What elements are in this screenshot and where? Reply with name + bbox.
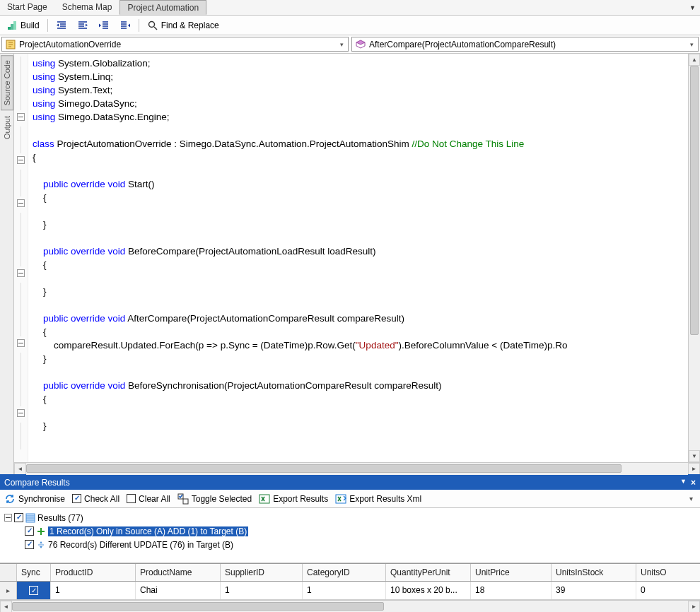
grid-cell[interactable]: 39 — [552, 582, 636, 599]
column-header[interactable]: CategoryID — [303, 564, 386, 581]
tree-checkbox[interactable] — [25, 540, 34, 549]
check-all-label: Check All — [84, 494, 119, 504]
outdent-line-icon — [98, 20, 110, 31]
clear-all-label: Clear All — [139, 494, 170, 504]
member-selector[interactable]: AfterCompare(ProjectAutomationCompareRes… — [351, 37, 699, 52]
excel-export-icon — [259, 493, 270, 505]
toolbar-overflow-icon[interactable]: ▾ — [687, 495, 696, 502]
grid-cell[interactable]: 1 — [303, 582, 386, 599]
column-header[interactable]: SupplierID — [221, 564, 303, 581]
column-header[interactable]: QuantityPerUnit — [386, 564, 471, 581]
code-editor[interactable]: using System.Globalization;using System.… — [28, 54, 688, 462]
scrollbar-thumb[interactable] — [26, 464, 622, 473]
grid-horizontal-scrollbar[interactable]: ◄ ► — [0, 600, 700, 612]
scroll-down-icon[interactable]: ▼ — [689, 450, 700, 462]
find-replace-button[interactable]: Find & Replace — [144, 18, 223, 33]
horizontal-scrollbar[interactable]: ◄ ► — [14, 462, 700, 474]
toggle-selected-label: Toggle Selected — [192, 494, 252, 504]
tree-child-label: 76 Record(s) Different UPDATE (76) in Ta… — [48, 540, 233, 550]
tree-child-row[interactable]: 76 Record(s) Different UPDATE (76) in Ta… — [4, 538, 696, 551]
tab-schema-map[interactable]: Schema Map — [55, 0, 120, 15]
grid-cell[interactable]: Chai — [136, 582, 221, 599]
row-indicator-icon: ▸ — [0, 582, 17, 599]
table-row[interactable]: ▸ ✓ 1 Chai 1 1 10 boxes x 20 b... 18 39 … — [0, 582, 700, 600]
column-header[interactable]: UnitsInStock — [552, 564, 636, 581]
method-icon — [355, 39, 366, 50]
toolbar-separator — [139, 19, 139, 32]
side-tab-bar: Source Code Output — [0, 54, 14, 474]
tab-overflow-chevron-icon[interactable]: ▼ — [685, 0, 700, 15]
column-header[interactable]: Sync — [17, 564, 51, 581]
class-selector-value: ProjectAutomationOverride — [19, 40, 121, 49]
column-header[interactable]: ProductName — [136, 564, 221, 581]
svg-rect-1 — [11, 24, 13, 30]
panel-close-icon[interactable]: × — [691, 478, 696, 488]
scroll-left-icon[interactable]: ◄ — [14, 463, 26, 475]
compare-results-tree[interactable]: Results (77) 1 Record(s) Only in Source … — [0, 508, 700, 563]
member-selector-value: AfterCompare(ProjectAutomationCompareRes… — [369, 40, 556, 49]
diff-icon — [36, 540, 46, 550]
panel-title-text: Compare Results — [4, 478, 70, 488]
sync-checkbox-cell[interactable]: ✓ — [17, 582, 51, 599]
compare-results-panel-title: Compare Results ▼ × — [0, 474, 700, 490]
tree-checkbox[interactable] — [25, 526, 34, 536]
compare-results-grid[interactable]: Sync ProductID ProductName SupplierID Ca… — [0, 563, 700, 612]
tree-root-label: Results (77) — [37, 513, 83, 523]
indent-increase-icon — [56, 20, 67, 31]
grid-cell[interactable]: 1 — [221, 582, 303, 599]
svg-rect-2 — [13, 21, 16, 30]
export-results-xml-button[interactable]: Export Results Xml — [335, 493, 421, 505]
grid-cell[interactable]: 10 boxes x 20 b... — [386, 582, 471, 599]
scrollbar-thumb[interactable] — [690, 66, 699, 335]
code-fold-gutter[interactable] — [14, 54, 28, 462]
build-icon — [6, 20, 18, 31]
synchronise-label: Synchronise — [18, 494, 65, 504]
column-header[interactable]: UnitsO — [636, 564, 679, 581]
tree-checkbox[interactable] — [14, 513, 23, 522]
side-tab-output[interactable]: Output — [1, 112, 13, 143]
column-header[interactable]: ProductID — [51, 564, 136, 581]
indent-line-button[interactable] — [116, 18, 134, 33]
tree-root-row[interactable]: Results (77) — [4, 511, 696, 524]
grid-cell[interactable]: 18 — [471, 582, 552, 599]
outdent-line-button[interactable] — [95, 18, 113, 33]
scroll-left-icon[interactable]: ◄ — [0, 601, 12, 612]
chevron-down-icon: ▾ — [689, 41, 695, 48]
checked-box-icon — [72, 494, 81, 503]
tab-start-page[interactable]: Start Page — [0, 0, 55, 15]
column-header[interactable]: UnitPrice — [471, 564, 552, 581]
tree-child-row[interactable]: 1 Record(s) Only in Source (A) ADD (1) t… — [4, 524, 696, 538]
export-results-button[interactable]: Export Results — [259, 493, 328, 505]
scroll-up-icon[interactable]: ▲ — [689, 54, 700, 66]
sync-icon — [4, 493, 16, 505]
indent-decrease-button[interactable] — [74, 18, 92, 33]
scroll-right-icon[interactable]: ► — [688, 601, 700, 612]
clear-all-button[interactable]: Clear All — [127, 494, 170, 504]
chevron-down-icon: ▾ — [339, 41, 345, 48]
indent-increase-button[interactable] — [52, 18, 71, 33]
check-all-button[interactable]: Check All — [72, 494, 119, 504]
collapse-icon[interactable] — [4, 514, 12, 522]
side-tab-source-code[interactable]: Source Code — [1, 55, 13, 110]
editor-toolbar: Build Find & Replace — [0, 16, 700, 35]
build-button[interactable]: Build — [3, 18, 43, 33]
vertical-scrollbar[interactable]: ▲ ▼ — [688, 54, 700, 462]
grid-cell[interactable]: 0 — [636, 582, 679, 599]
panel-menu-chevron-icon[interactable]: ▼ — [680, 478, 687, 488]
toggle-selected-button[interactable]: Toggle Selected — [177, 493, 252, 505]
svg-point-3 — [148, 21, 154, 27]
svg-rect-13 — [183, 499, 188, 504]
search-icon — [147, 20, 158, 31]
scroll-right-icon[interactable]: ► — [688, 463, 700, 475]
empty-box-icon — [127, 494, 136, 503]
member-selector-row: ProjectAutomationOverride ▾ AfterCompare… — [0, 35, 700, 54]
class-selector[interactable]: ProjectAutomationOverride ▾ — [1, 37, 349, 52]
grid-cell[interactable]: 1 — [51, 582, 136, 599]
tab-project-automation[interactable]: Project Automation — [119, 0, 206, 15]
synchronise-button[interactable]: Synchronise — [4, 493, 65, 505]
svg-rect-14 — [259, 495, 269, 503]
scrollbar-thumb[interactable] — [12, 602, 384, 611]
export-results-xml-label: Export Results Xml — [349, 494, 421, 504]
row-header-corner — [0, 564, 17, 581]
add-icon — [36, 526, 46, 536]
